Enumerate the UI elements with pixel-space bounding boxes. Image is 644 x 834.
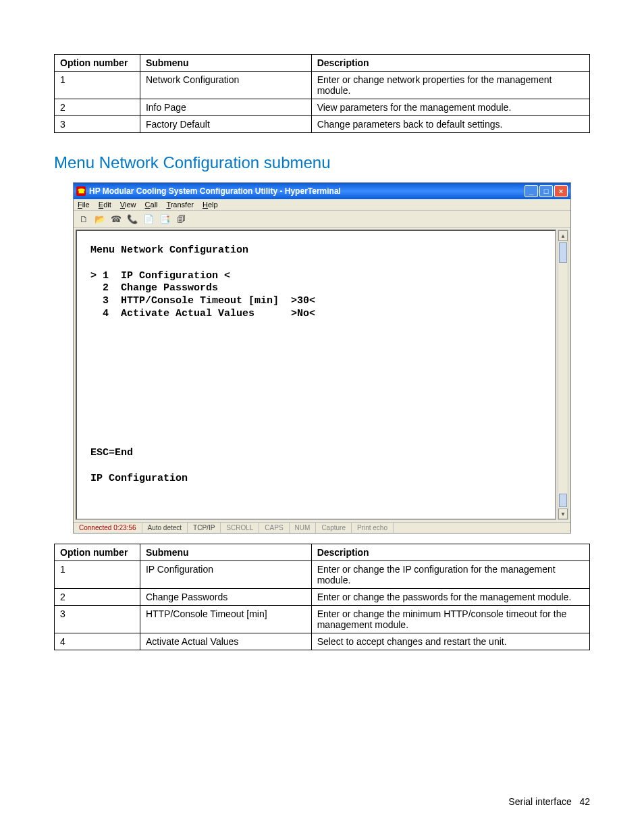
cell-option: 1 — [55, 561, 140, 589]
th-description: Description — [311, 55, 589, 72]
status-proto: TCP/IP — [188, 523, 221, 533]
cell-submenu: HTTP/Console Timeout [min] — [140, 606, 311, 633]
open-icon[interactable]: 📂 — [94, 213, 106, 225]
cell-option: 2 — [55, 99, 140, 116]
th-description: Description — [311, 544, 589, 561]
table-row: 1 Network Configuration Enter or change … — [55, 72, 590, 99]
cell-submenu: Activate Actual Values — [140, 633, 311, 650]
scroll-up-icon[interactable]: ▲ — [558, 230, 568, 241]
maximize-button[interactable]: □ — [539, 185, 553, 197]
cell-desc: Enter or change the IP configuration for… — [311, 561, 589, 589]
cell-option: 4 — [55, 633, 140, 650]
titlebar[interactable]: ☎ HP Modular Cooling System Configuratio… — [74, 183, 570, 199]
status-caps: CAPS — [259, 523, 289, 533]
menu-call[interactable]: Call — [145, 201, 158, 209]
menubar: File Edit View Call Transfer Help — [74, 199, 570, 210]
cell-desc: Enter or change network properties for t… — [311, 72, 589, 99]
cell-submenu: Factory Default — [140, 116, 311, 133]
cell-desc: Change parameters back to default settin… — [311, 116, 589, 133]
menu-view[interactable]: View — [120, 201, 136, 209]
scroll-down-icon[interactable]: ▼ — [558, 509, 568, 519]
scroll-thumb[interactable] — [559, 494, 567, 507]
cell-option: 1 — [55, 72, 140, 99]
th-option-number: Option number — [55, 544, 140, 561]
status-capture: Capture — [316, 523, 352, 533]
page-footer: Serial interface 42 — [508, 796, 590, 807]
scroll-thumb[interactable] — [559, 242, 567, 263]
status-auto: Auto detect — [142, 523, 188, 533]
options-table-1: Option number Submenu Description 1 Netw… — [54, 54, 590, 133]
menu-file[interactable]: File — [78, 201, 90, 209]
cell-option: 2 — [55, 589, 140, 606]
app-icon: ☎ — [76, 186, 86, 196]
table-row: 2 Info Page View parameters for the mana… — [55, 99, 590, 116]
table-row: 2 Change Passwords Enter or change the p… — [55, 589, 590, 606]
window-title: HP Modular Cooling System Configuration … — [89, 186, 341, 196]
th-submenu: Submenu — [140, 544, 311, 561]
cell-desc: Enter or change the minimum HTTP/console… — [311, 606, 589, 633]
cell-submenu: Network Configuration — [140, 72, 311, 99]
disconnect-icon[interactable]: 📞 — [126, 213, 138, 225]
terminal-output[interactable]: Menu Network Configuration > 1 IP Config… — [76, 230, 556, 520]
minimize-button[interactable]: _ — [525, 185, 538, 197]
status-connected: Connected 0:23:56 — [74, 523, 142, 533]
footer-text: Serial interface — [508, 796, 571, 807]
menu-transfer[interactable]: Transfer — [166, 201, 194, 209]
cell-desc: Enter or change the passwords for the ma… — [311, 589, 589, 606]
window-controls: _ □ × — [525, 185, 568, 197]
menu-edit[interactable]: Edit — [99, 201, 111, 209]
table-row: 1 IP Configuration Enter or change the I… — [55, 561, 590, 589]
table-row: 3 HTTP/Console Timeout [min] Enter or ch… — [55, 606, 590, 633]
statusbar: Connected 0:23:56 Auto detect TCP/IP SCR… — [74, 522, 570, 533]
new-icon[interactable]: 🗋 — [78, 213, 90, 225]
cell-submenu: IP Configuration — [140, 561, 311, 589]
section-heading: Menu Network Configuration submenu — [54, 153, 590, 172]
status-echo: Print echo — [352, 523, 394, 533]
toolbar: 🗋 📂 ☎ 📞 📄 📑 🗐 — [74, 210, 570, 228]
page-number: 42 — [579, 796, 590, 807]
send-icon[interactable]: 📄 — [142, 213, 155, 225]
table-row: 3 Factory Default Change parameters back… — [55, 116, 590, 133]
connect-icon[interactable]: ☎ — [110, 213, 122, 225]
properties-icon[interactable]: 🗐 — [175, 213, 187, 225]
options-table-2: Option number Submenu Description 1 IP C… — [54, 544, 590, 650]
status-scroll: SCROLL — [221, 523, 259, 533]
cell-desc: View parameters for the management modul… — [311, 99, 589, 116]
menu-help[interactable]: Help — [203, 201, 218, 209]
hyperterminal-window: ☎ HP Modular Cooling System Configuratio… — [73, 182, 571, 533]
cell-option: 3 — [55, 606, 140, 633]
terminal-area: Menu Network Configuration > 1 IP Config… — [74, 228, 570, 522]
th-option-number: Option number — [55, 55, 140, 72]
cell-desc: Select to accept changes and restart the… — [311, 633, 589, 650]
table-row: 4 Activate Actual Values Select to accep… — [55, 633, 590, 650]
scrollbar[interactable]: ▲ ▼ — [558, 230, 568, 520]
close-button[interactable]: × — [554, 185, 568, 197]
status-num: NUM — [290, 523, 317, 533]
cell-option: 3 — [55, 116, 140, 133]
cell-submenu: Change Passwords — [140, 589, 311, 606]
cell-submenu: Info Page — [140, 99, 311, 116]
th-submenu: Submenu — [140, 55, 311, 72]
receive-icon[interactable]: 📑 — [159, 213, 171, 225]
